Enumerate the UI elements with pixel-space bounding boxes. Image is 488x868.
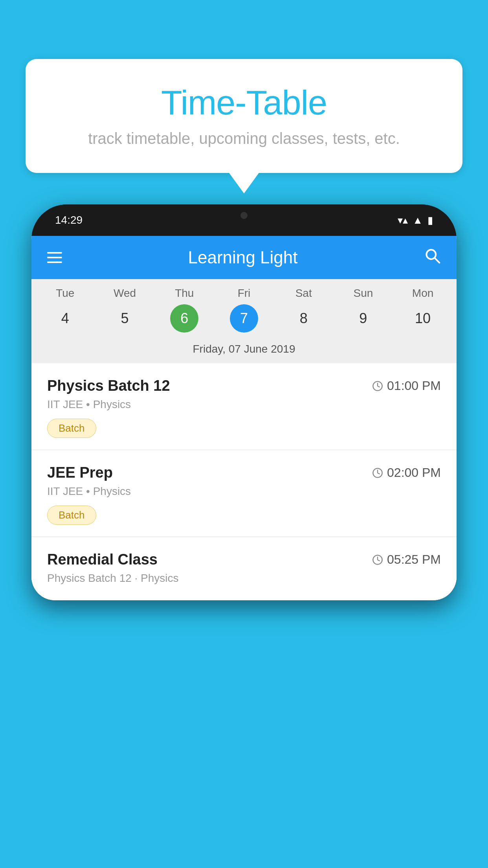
batch-badge: Batch — [47, 419, 96, 438]
day-headers: Tue4Wed5Thu6Fri7Sat8Sun9Mon10 — [31, 287, 457, 337]
day-col-thu[interactable]: Thu6 — [154, 287, 214, 337]
day-name: Sun — [353, 287, 373, 300]
schedule-item[interactable]: Remedial Class 05:25 PM Physics Batch 12… — [31, 537, 457, 600]
day-name: Sat — [295, 287, 312, 300]
hamburger-icon[interactable] — [47, 252, 62, 263]
day-name: Thu — [175, 287, 194, 300]
day-number[interactable]: 6 — [170, 304, 198, 333]
status-bar: 14:29 ▾▴ ▲ ▮ — [31, 204, 457, 236]
day-name: Wed — [114, 287, 136, 300]
svg-line-1 — [435, 258, 439, 263]
phone-wrapper: 14:29 ▾▴ ▲ ▮ Learning — [31, 204, 457, 868]
speech-bubble-section: Time-Table track timetable, upcoming cla… — [26, 59, 462, 173]
schedule-item-title: Physics Batch 12 — [47, 377, 170, 394]
schedule-item[interactable]: Physics Batch 12 01:00 PM IIT JEE • Phys… — [31, 363, 457, 450]
schedule-item-time: 05:25 PM — [372, 552, 441, 567]
signal-icon: ▲ — [413, 214, 423, 226]
day-col-sun[interactable]: Sun9 — [334, 287, 393, 337]
status-icons: ▾▴ ▲ ▮ — [398, 214, 433, 226]
battery-icon: ▮ — [427, 214, 433, 226]
day-col-wed[interactable]: Wed5 — [95, 287, 155, 337]
calendar-week: Tue4Wed5Thu6Fri7Sat8Sun9Mon10 Friday, 07… — [31, 279, 457, 363]
day-number[interactable]: 4 — [51, 304, 79, 333]
schedule-item-header: JEE Prep 02:00 PM — [47, 464, 441, 481]
day-number[interactable]: 5 — [111, 304, 139, 333]
camera-dot — [240, 212, 248, 219]
day-name: Mon — [412, 287, 433, 300]
schedule-item-time: 01:00 PM — [372, 379, 441, 393]
schedule-item-header: Remedial Class 05:25 PM — [47, 551, 441, 568]
schedule-item-sub: Physics Batch 12 · Physics — [47, 572, 441, 585]
day-col-sat[interactable]: Sat8 — [274, 287, 334, 337]
schedule-item[interactable]: JEE Prep 02:00 PM IIT JEE • Physics Batc… — [31, 450, 457, 537]
wifi-icon: ▾▴ — [398, 214, 408, 226]
day-name: Tue — [56, 287, 74, 300]
speech-bubble-card: Time-Table track timetable, upcoming cla… — [26, 59, 462, 173]
bubble-title: Time-Table — [45, 83, 443, 123]
phone-notch — [226, 204, 262, 226]
day-number[interactable]: 7 — [230, 304, 258, 333]
schedule-item-sub: IIT JEE • Physics — [47, 485, 441, 498]
app-screen: Learning Light Tue4Wed5Thu6Fri7Sat8Sun9M… — [31, 236, 457, 600]
schedule-item-title: Remedial Class — [47, 551, 158, 568]
day-number[interactable]: 10 — [409, 304, 437, 333]
schedule-list: Physics Batch 12 01:00 PM IIT JEE • Phys… — [31, 363, 457, 600]
day-number[interactable]: 8 — [290, 304, 318, 333]
search-icon[interactable] — [424, 247, 441, 268]
schedule-item-title: JEE Prep — [47, 464, 113, 481]
day-col-tue[interactable]: Tue4 — [35, 287, 95, 337]
day-name: Fri — [238, 287, 251, 300]
day-col-fri[interactable]: Fri7 — [214, 287, 274, 337]
day-col-mon[interactable]: Mon10 — [393, 287, 453, 337]
phone-frame: 14:29 ▾▴ ▲ ▮ Learning — [31, 204, 457, 600]
bubble-subtitle: track timetable, upcoming classes, tests… — [45, 130, 443, 147]
batch-badge: Batch — [47, 506, 96, 525]
status-time: 14:29 — [55, 214, 83, 226]
day-number[interactable]: 9 — [349, 304, 377, 333]
app-header: Learning Light — [31, 236, 457, 279]
app-title: Learning Light — [188, 248, 298, 267]
schedule-item-time: 02:00 PM — [372, 465, 441, 480]
selected-date-label: Friday, 07 June 2019 — [31, 337, 457, 363]
schedule-item-sub: IIT JEE • Physics — [47, 398, 441, 411]
schedule-item-header: Physics Batch 12 01:00 PM — [47, 377, 441, 394]
